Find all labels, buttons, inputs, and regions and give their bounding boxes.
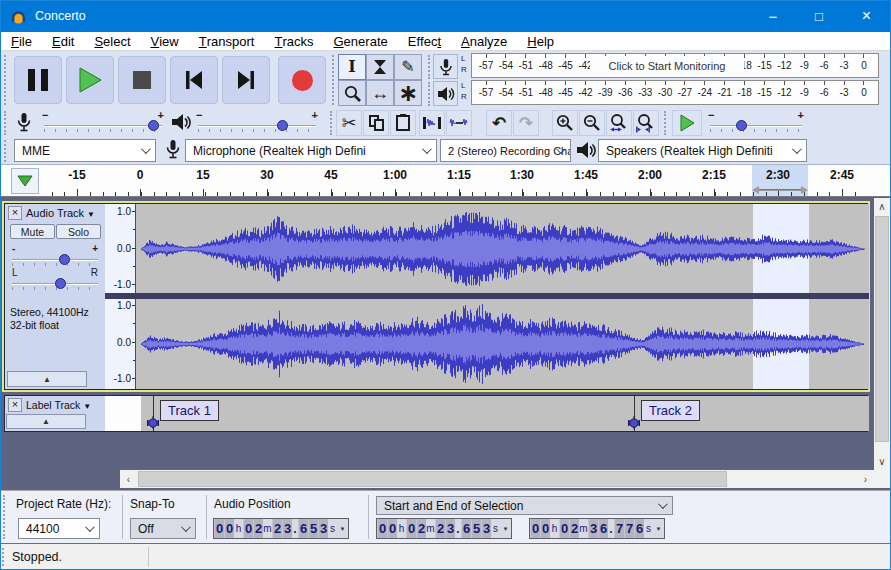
time-format-dropdown-icon[interactable]: ▼ — [337, 519, 348, 538]
play-at-speed-grip[interactable] — [664, 111, 666, 135]
pause-button[interactable] — [14, 56, 62, 104]
zoom-tool-button[interactable] — [338, 80, 366, 106]
menu-item-edit[interactable]: Edit — [42, 32, 84, 51]
time-shift-tool-button[interactable]: ↔ — [366, 80, 394, 106]
scroll-left-button[interactable]: ‹ — [120, 470, 137, 488]
cut-button[interactable]: ✂ — [336, 110, 362, 136]
recording-channels-select[interactable]: 2 (Stereo) Recording Channels — [440, 139, 571, 162]
track-pan-slider[interactable]: L R — [12, 270, 98, 288]
track-pan-thumb[interactable] — [55, 278, 66, 289]
time-format-dropdown-icon[interactable]: ▼ — [653, 519, 664, 538]
audio-position-display[interactable]: 00h02m23.653s▼ — [213, 518, 349, 539]
vertical-scroll-thumb[interactable] — [875, 216, 889, 442]
label-track-name-menu[interactable]: Label Track▼ — [26, 399, 91, 411]
transport-toolbar-grip[interactable] — [4, 55, 6, 105]
audio-track-name-menu[interactable]: Audio Track▼ — [26, 207, 95, 219]
close-button[interactable]: × — [842, 0, 891, 32]
label-marker-icon[interactable] — [628, 416, 641, 434]
redo-button[interactable]: ↷ — [513, 110, 539, 136]
copy-button[interactable] — [363, 110, 389, 136]
playback-meter-grip[interactable] — [428, 82, 430, 106]
stop-button[interactable] — [118, 56, 166, 104]
close-track-button[interactable]: × — [8, 206, 22, 220]
label-text[interactable]: Track 1 — [160, 400, 219, 421]
zoom-in-button[interactable] — [552, 110, 578, 136]
selection-toolbar-grip[interactable] — [3, 495, 5, 539]
time-format-dropdown-icon[interactable]: ▼ — [500, 519, 511, 538]
tools-toolbar-grip[interactable] — [332, 55, 334, 105]
label-track-control-panel[interactable]: × Label Track▼ ▲ — [5, 396, 105, 431]
close-track-button[interactable]: × — [8, 398, 22, 412]
selection-end-display[interactable]: 00h02m36.776s▼ — [529, 518, 665, 539]
playback-device-select[interactable]: Speakers (Realtek High Definiti — [598, 139, 807, 162]
selection-start-display[interactable]: 00h02m23.653s▼ — [376, 518, 512, 539]
skip-to-end-button[interactable] — [222, 56, 270, 104]
label-track-content[interactable]: Track 1Track 2 — [105, 396, 869, 431]
play-at-speed-button[interactable] — [672, 110, 702, 136]
skip-to-start-button[interactable] — [170, 56, 218, 104]
playback-meter[interactable]: -57-54-51-48-45-42-39-36-33-30-27-24-21-… — [471, 80, 879, 105]
recording-volume-thumb[interactable] — [148, 120, 159, 131]
quick-play-region-handle[interactable] — [752, 186, 808, 194]
draw-tool-button[interactable]: ✎ — [394, 54, 422, 80]
silence-audio-button[interactable] — [446, 110, 472, 136]
menu-item-view[interactable]: View — [141, 32, 189, 51]
label-marker-icon[interactable] — [147, 416, 160, 434]
selection-tool-button[interactable]: I — [338, 54, 366, 80]
maximize-button[interactable]: □ — [796, 0, 842, 32]
snap-to-select[interactable]: Off — [130, 518, 196, 539]
mute-button[interactable]: Mute — [10, 224, 55, 239]
menu-item-select[interactable]: Select — [84, 32, 140, 51]
minimize-button[interactable]: − — [750, 0, 796, 32]
play-speed-thumb[interactable] — [736, 120, 747, 131]
collapse-track-button[interactable]: ▲ — [7, 371, 87, 387]
menu-item-help[interactable]: Help — [517, 32, 564, 51]
envelope-tool-button[interactable] — [366, 54, 394, 80]
selection-mode-select[interactable]: Start and End of Selection — [376, 496, 673, 515]
paste-button[interactable] — [390, 110, 416, 136]
recording-meter[interactable]: Click to Start Monitoring -57-54-51-48-4… — [471, 53, 879, 78]
track-workspace[interactable]: × Audio Track▼ Mute Solo - + L R Ster — [0, 197, 891, 490]
mixer-toolbar-grip[interactable] — [4, 111, 6, 135]
recording-volume-slider[interactable]: −+ — [44, 112, 162, 134]
playback-meter-button[interactable] — [433, 81, 458, 106]
playback-volume-slider[interactable]: −+ — [198, 112, 316, 134]
solo-button[interactable]: Solo — [56, 224, 101, 239]
scroll-down-button[interactable]: ∨ — [874, 453, 890, 470]
menu-item-analyze[interactable]: Analyze — [451, 32, 517, 51]
undo-button[interactable]: ↶ — [486, 110, 512, 136]
menu-item-effect[interactable]: Effect — [398, 32, 451, 51]
collapse-track-button[interactable]: ▲ — [6, 414, 86, 429]
menu-item-generate[interactable]: Generate — [323, 32, 397, 51]
recording-device-select[interactable]: Microphone (Realtek High Defini — [185, 139, 437, 162]
zoom-out-button[interactable] — [579, 110, 605, 136]
menu-item-file[interactable]: File — [1, 32, 42, 51]
recording-meter-grip[interactable] — [428, 55, 430, 79]
fit-project-button[interactable] — [633, 110, 659, 136]
device-toolbar-grip[interactable] — [4, 140, 6, 162]
record-button[interactable] — [278, 56, 326, 104]
vertical-scrollbar[interactable]: ∧ ∨ — [874, 198, 890, 470]
scroll-right-button[interactable]: › — [857, 470, 874, 488]
play-speed-slider[interactable]: −+ — [710, 112, 802, 134]
menu-item-tracks[interactable]: Tracks — [264, 32, 323, 51]
label-text[interactable]: Track 2 — [641, 400, 700, 421]
fit-selection-button[interactable] — [606, 110, 632, 136]
menu-item-transport[interactable]: Transport — [189, 32, 265, 51]
horizontal-scroll-thumb[interactable] — [138, 471, 727, 487]
recording-meter-button[interactable] — [433, 54, 458, 79]
title-bar[interactable]: Concerto − □ × — [0, 0, 891, 32]
trim-audio-button[interactable] — [419, 110, 445, 136]
monitoring-prompt[interactable]: Click to Start Monitoring — [590, 56, 744, 75]
timeline-ruler[interactable]: -1501530451:001:151:301:452:002:152:302:… — [0, 165, 891, 197]
audio-track-control-panel[interactable]: × Audio Track▼ Mute Solo - + L R Ster — [5, 204, 105, 389]
audio-track[interactable]: × Audio Track▼ Mute Solo - + L R Ster — [4, 203, 868, 390]
horizontal-scrollbar[interactable]: ‹ › — [120, 470, 874, 488]
track-gain-slider[interactable]: - + — [12, 246, 98, 264]
playback-volume-thumb[interactable] — [277, 120, 288, 131]
edit-toolbar-grip[interactable] — [330, 111, 332, 135]
label-track[interactable]: × Label Track▼ ▲ Track 1Track 2 — [4, 395, 868, 432]
scroll-up-button[interactable]: ∧ — [874, 198, 890, 215]
project-rate-select[interactable]: 44100 — [18, 518, 100, 539]
timeline-options-button[interactable] — [11, 168, 39, 194]
